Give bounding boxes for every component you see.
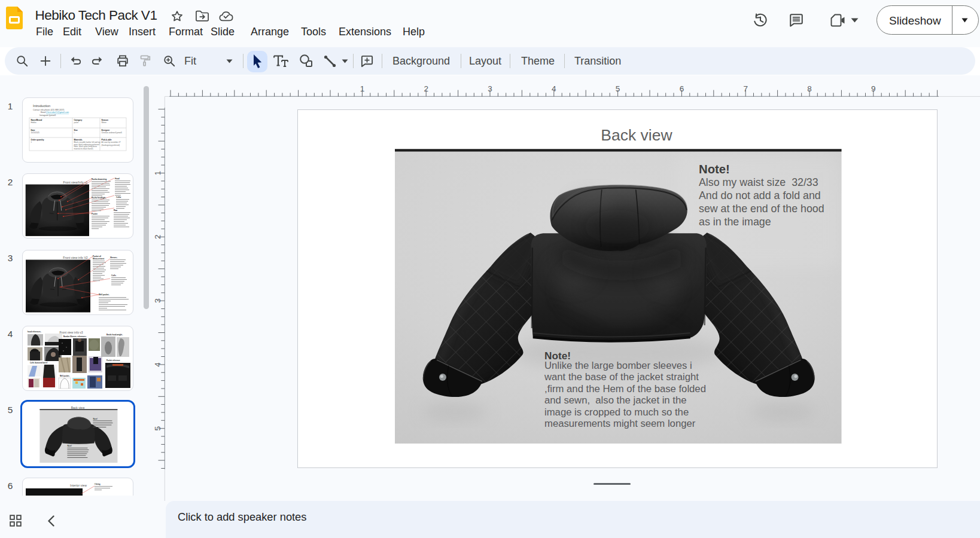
svg-text:5: 5 — [616, 84, 620, 93]
svg-text:Winter: Winter — [102, 121, 106, 124]
svg-text:6: 6 — [680, 84, 684, 93]
svg-text:7: 7 — [743, 84, 748, 93]
svg-text:Email: Email — [41, 111, 46, 114]
svg-text:Sleeves..: Sleeves.. — [110, 256, 118, 259]
svg-text:1: 1 — [31, 141, 32, 143]
svg-text:Braids hood.weight..: Braids hood.weight.. — [106, 334, 123, 336]
svg-text:Bomber Sleeves. references..: Bomber Sleeves. references.. — [63, 335, 87, 338]
svg-text:Instagram lynnwill.: Instagram lynnwill. — [39, 114, 56, 117]
svg-text:(thanksgiving preferred): (thanksgiving preferred) — [102, 144, 120, 146]
svg-text:Pocket: Pocket — [92, 213, 98, 215]
svg-text:Well pocket..: Well pocket.. — [60, 375, 70, 377]
svg-text:Christian andrews/Lynnwill.: Christian andrews/Lynnwill. — [102, 132, 123, 134]
svg-text:4: 4 — [552, 84, 556, 93]
svg-text:L: L — [74, 132, 75, 134]
svg-text:Front view info V2: Front view info V2 — [63, 256, 88, 259]
svg-text:Introduction: Introduction — [33, 104, 50, 108]
svg-text:I lining: I lining — [95, 483, 101, 485]
svg-text:2: 2 — [424, 84, 428, 93]
svg-text:Contact info phone (415 888 2: Contact info phone (415 888 2437) — [33, 109, 64, 111]
svg-text:Hebiko: Hebiko — [31, 121, 36, 124]
svg-text:Collar: Collar — [116, 196, 121, 198]
svg-text:Raw: Raw — [114, 209, 118, 212]
svg-text:At Least by november 27: At Least by november 27 — [102, 141, 121, 143]
svg-text:jacket: jacket — [74, 121, 79, 124]
svg-text:9: 9 — [871, 84, 876, 93]
svg-text:Hood: Hood — [115, 178, 120, 180]
svg-text:material etc black flannel,: material etc black flannel, — [74, 148, 94, 150]
svg-text:Front view/Info v1: Front view/Info v1 — [63, 181, 88, 184]
svg-text:8: 8 — [807, 84, 812, 93]
svg-text:Cuffs.: Cuffs. — [111, 274, 117, 277]
svg-text:1: 1 — [360, 84, 365, 93]
svg-text:Well pocket..: Well pocket.. — [99, 294, 109, 296]
svg-text:hood references..: hood references.. — [28, 331, 42, 333]
svg-text:Pocket reference: Pocket reference — [106, 359, 120, 362]
svg-text:Interior view: Interior view — [70, 484, 87, 487]
svg-text:3: 3 — [488, 84, 492, 93]
svg-text:Cuffs /buttoned barrel: Cuffs /buttoned barrel — [30, 362, 47, 364]
svg-text:Front view info v3: Front view info v3 — [59, 331, 83, 334]
svg-text:10/20/2025: 10/20/2025 — [31, 132, 40, 134]
svg-text:Chris.rebel.5@gmail.com: Chris.rebel.5@gmail.com — [46, 111, 69, 114]
svg-text:Order quantity: Order quantity — [31, 139, 44, 141]
svg-text:Rocha headlight..: Rocha headlight.. — [92, 197, 106, 199]
svg-text:Measurement: Measurement — [93, 258, 104, 260]
svg-text:Rocha drawstring: Rocha drawstring — [92, 178, 107, 181]
